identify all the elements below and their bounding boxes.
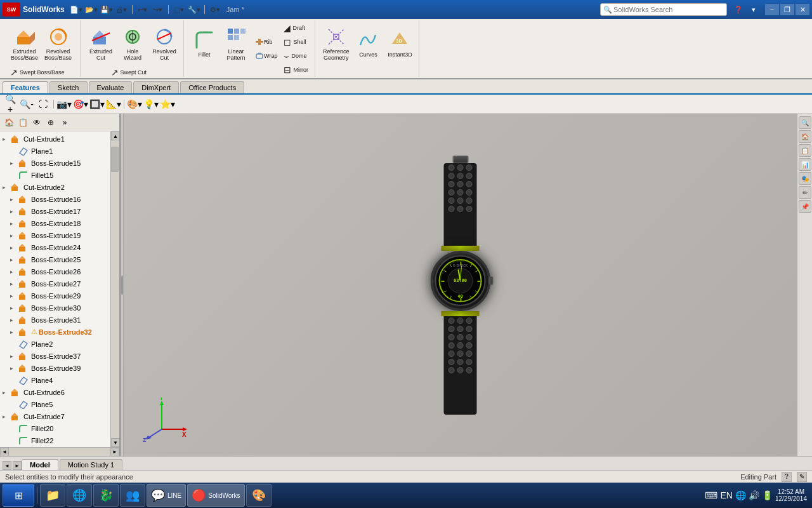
expand-icon[interactable]: ▸	[10, 269, 18, 275]
zoom-out-btn[interactable]: 🔍-	[19, 97, 34, 112]
dim-xpert-manager-btn[interactable]: ⊕	[44, 116, 57, 129]
tree-item-boss-extrude29[interactable]: ▸Boss-Extrude29	[0, 290, 119, 302]
feature-manager-btn[interactable]: 🏠	[3, 116, 15, 129]
config-manager-btn[interactable]: 👁	[30, 116, 43, 129]
expand-btn[interactable]: ▾	[747, 4, 760, 15]
tree-item-fillet22[interactable]: Fillet22	[0, 434, 119, 446]
hole-wizard-button[interactable]: Hole Wizard	[117, 22, 148, 66]
expand-icon[interactable]: ▸	[10, 365, 18, 371]
swept-cut-button[interactable]: ↗ Swept Cut	[108, 66, 159, 79]
expand-icon[interactable]: ▸	[3, 389, 10, 396]
open-btn[interactable]: 📂▾	[85, 4, 98, 15]
reference-geometry-button[interactable]: Reference Geometry	[320, 22, 352, 66]
view-display-btn[interactable]: 🎯▾	[73, 97, 88, 112]
expand-icon[interactable]: ▸	[3, 136, 10, 142]
select-btn[interactable]: ⬚▾	[173, 4, 185, 15]
zoom-fit-btn[interactable]: ⛶	[36, 97, 51, 112]
view-appear-btn[interactable]: ⭐▾	[160, 97, 175, 112]
tree-item-boss-extrude32[interactable]: ▸⚠Boss-Extrude32	[0, 326, 119, 338]
expand-icon[interactable]: ▸	[10, 257, 18, 263]
tab-sketch[interactable]: Sketch	[49, 81, 88, 93]
curves-button[interactable]: Curves	[353, 22, 383, 66]
new-btn[interactable]: 📄▾	[70, 4, 82, 15]
linear-pattern-button[interactable]: Linear Pattern	[221, 22, 251, 66]
taskbar-clock[interactable]: 12:52 AM 12/29/2014	[775, 488, 807, 502]
tree-item-fillet23[interactable]: Fillet23	[0, 446, 119, 447]
tree-item-boss-extrude27[interactable]: ▸Boss-Extrude27	[0, 277, 119, 290]
search-bar[interactable]: 🔍	[600, 3, 727, 16]
draft-button[interactable]: ◢ Draft	[281, 22, 311, 34]
more-tabs-btn[interactable]: »	[58, 116, 71, 129]
rsb-btn-4[interactable]: 📊	[799, 158, 811, 171]
keyboard-icon[interactable]: ⌨	[705, 490, 717, 500]
expand-icon[interactable]: ▸	[10, 305, 18, 311]
undo-btn[interactable]: ↩▾	[136, 4, 149, 15]
start-button[interactable]: ⊞	[3, 484, 34, 507]
save-btn[interactable]: 💾▾	[100, 4, 113, 15]
expand-icon[interactable]: ▸	[10, 244, 18, 251]
expand-icon[interactable]: ▸	[10, 293, 18, 299]
rsb-btn-6[interactable]: ✏	[799, 186, 811, 199]
expand-icon[interactable]: ▸	[3, 413, 10, 420]
expand-icon[interactable]: ▸	[10, 353, 18, 359]
taskbar-line[interactable]: 💬 LINE	[147, 484, 186, 507]
h-scroll-track[interactable]	[9, 448, 110, 457]
win-restore-btn[interactable]: ❐	[780, 4, 794, 15]
tree-item-boss-extrude30[interactable]: ▸Boss-Extrude30	[0, 302, 119, 314]
next-page-btn[interactable]: ►	[13, 461, 22, 470]
help-status-btn[interactable]: ?	[782, 472, 792, 482]
taskbar-app3[interactable]: 🐉	[93, 484, 119, 507]
mirror-button[interactable]: ⊟ Mirror	[281, 64, 311, 76]
extrude-cut-button[interactable]: Extruded Cut	[86, 22, 116, 66]
battery-icon[interactable]: 🔋	[762, 490, 773, 500]
search-input[interactable]	[613, 6, 715, 13]
tree-item-cut-extrude7[interactable]: ▸Cut-Extrude7	[0, 410, 119, 422]
scroll-thumb[interactable]	[111, 147, 119, 172]
help-btn[interactable]: ❓	[732, 4, 745, 15]
tree-item-plane5[interactable]: Plane5	[0, 398, 119, 410]
expand-icon[interactable]: ▸	[10, 317, 18, 323]
taskbar-app4[interactable]: 👥	[120, 484, 145, 507]
rsb-btn-1[interactable]: 🔍	[799, 116, 811, 129]
view-shadow-btn[interactable]: 💡▾	[143, 97, 159, 112]
tree-item-boss-extrude25[interactable]: ▸Boss-Extrude25	[0, 253, 119, 265]
zoom-in-btn[interactable]: 🔍+	[3, 97, 18, 112]
expand-icon[interactable]: ▸	[10, 232, 18, 239]
expand-icon[interactable]: ▸	[10, 208, 18, 215]
network-icon[interactable]: 🌐	[735, 490, 746, 500]
tree-item-cut-extrude2[interactable]: ▸Cut-Extrude2	[0, 181, 119, 193]
expand-icon[interactable]: ▸	[3, 184, 10, 190]
rsb-btn-3[interactable]: 📋	[799, 144, 811, 157]
expand-icon[interactable]: ▸	[10, 281, 18, 287]
tab-evaluate[interactable]: Evaluate	[89, 81, 133, 93]
tree-item-cut-extrude1[interactable]: ▸Cut-Extrude1	[0, 133, 119, 145]
rsb-btn-7[interactable]: 📌	[799, 200, 811, 213]
wrap-button[interactable]: Wrap	[252, 50, 280, 62]
redo-btn[interactable]: ↪▾	[152, 4, 164, 15]
model-tab-motion[interactable]: Motion Study 1	[60, 459, 122, 470]
rebuild-btn[interactable]: 🔧▾	[188, 4, 200, 15]
view-realview-btn[interactable]: 🎨▾	[127, 97, 142, 112]
volume-icon[interactable]: 🔊	[749, 490, 759, 500]
expand-icon[interactable]: ▸	[10, 196, 18, 203]
print-btn[interactable]: 🖨▾	[115, 4, 128, 15]
tree-item-boss-extrude26[interactable]: ▸Boss-Extrude26	[0, 265, 119, 277]
options-btn[interactable]: ⚙▾	[209, 4, 221, 15]
taskbar-solidworks[interactable]: 🔴 SolidWorks	[187, 484, 244, 507]
win-close-btn[interactable]: ✕	[796, 4, 809, 15]
dome-button[interactable]: ⌣ Dome	[281, 50, 311, 62]
fillet-button[interactable]: Fillet	[189, 22, 219, 66]
view-hidden-btn[interactable]: 🔲▾	[89, 97, 105, 112]
language-icon[interactable]: EN	[720, 490, 732, 500]
tree-item-boss-extrude15[interactable]: ▸Boss-Extrude15	[0, 157, 119, 169]
tree-item-plane4[interactable]: Plane4	[0, 374, 119, 386]
tree-item-cut-extrude6[interactable]: ▸Cut-Extrude6	[0, 386, 119, 398]
prev-page-btn[interactable]: ◄	[3, 461, 11, 470]
extrude-boss-button[interactable]: Extruded Boss/Base	[8, 22, 41, 66]
tree-item-plane1[interactable]: Plane1	[0, 145, 119, 157]
scroll-track[interactable]	[111, 140, 119, 438]
property-manager-btn[interactable]: 📋	[16, 116, 29, 129]
instant3d-button[interactable]: 3D Instant3D	[384, 22, 415, 66]
scroll-right-btn[interactable]: ►	[110, 448, 119, 457]
revolve-cut-button[interactable]: Revolved Cut	[149, 22, 180, 66]
